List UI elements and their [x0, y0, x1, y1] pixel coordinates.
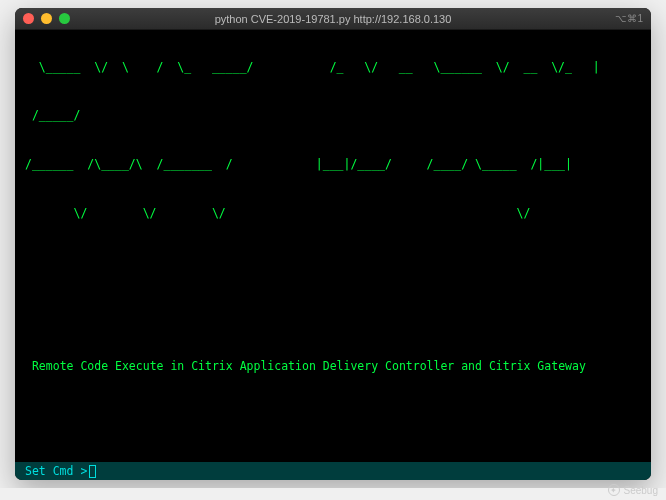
prompt-line[interactable]: Set Cmd > — [15, 462, 651, 480]
titlebar-shortcut: ⌥⌘1 — [615, 13, 643, 24]
prompt-text: Set Cmd > — [25, 464, 87, 478]
maximize-icon[interactable] — [59, 13, 70, 24]
window-title: python CVE-2019-19781.py http://192.168.… — [15, 13, 651, 25]
terminal-output[interactable]: \_____ \/ \ / \_ _____/ /_ \/ __ \______… — [15, 30, 651, 462]
close-icon[interactable] — [23, 13, 34, 24]
cursor-icon — [89, 465, 96, 478]
ascii-art-line: \/ \/ \/ \/ — [25, 206, 641, 220]
bug-icon: ✦ — [608, 484, 620, 488]
minimize-icon[interactable] — [41, 13, 52, 24]
exploit-title: Remote Code Execute in Citrix Applicatio… — [25, 358, 641, 375]
ascii-art-line: /_____/ — [25, 108, 641, 122]
watermark: ✦ Seebug — [608, 484, 658, 488]
watermark-text: Seebug — [624, 485, 658, 489]
traffic-lights — [23, 13, 70, 24]
ascii-art-line: \_____ \/ \ / \_ _____/ /_ \/ __ \______… — [25, 60, 641, 74]
ascii-art-line: /______ /\____/\ /_______ / |___|/____/ … — [25, 157, 641, 171]
titlebar: python CVE-2019-19781.py http://192.168.… — [15, 8, 651, 30]
terminal-window: python CVE-2019-19781.py http://192.168.… — [15, 8, 651, 480]
